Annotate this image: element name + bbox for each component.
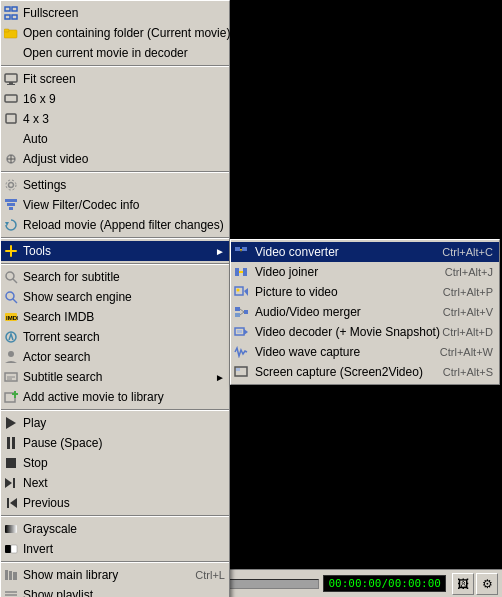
converter-icon	[233, 244, 249, 260]
submenu-item-video-joiner[interactable]: Video joiner Ctrl+Alt+J	[231, 262, 499, 282]
menu-item-show-library[interactable]: Show main library Ctrl+L	[1, 565, 229, 585]
stop-icon	[3, 455, 19, 471]
menu-item-subtitle-search[interactable]: Search for subtitle	[1, 267, 229, 287]
joiner-icon	[233, 264, 249, 280]
invert-label: Invert	[23, 542, 225, 556]
menu-item-stop[interactable]: Stop	[1, 453, 229, 473]
menu-item-next[interactable]: Next	[1, 473, 229, 493]
svg-rect-3	[12, 15, 17, 19]
menu-item-torrent-search[interactable]: Torrent search	[1, 327, 229, 347]
menu-item-fullscreen[interactable]: Fullscreen	[1, 3, 229, 23]
screenshot-button[interactable]: 🖼	[452, 573, 474, 595]
settings-button[interactable]: ⚙	[476, 573, 498, 595]
svg-line-34	[240, 312, 244, 315]
16x9-label: 16 x 9	[23, 92, 225, 106]
menu-item-pause[interactable]: Pause (Space)	[1, 433, 229, 453]
svg-rect-65	[11, 545, 17, 553]
menu-item-settings[interactable]: Settings	[1, 175, 229, 195]
open-decoder-label: Open current movie in decoder	[23, 46, 225, 60]
fullscreen-icon	[3, 5, 19, 21]
menu-item-add-library[interactable]: Add active movie to library	[1, 387, 229, 407]
fullscreen-label: Fullscreen	[23, 6, 225, 20]
svg-rect-9	[5, 95, 17, 102]
menu-item-filter-codec[interactable]: View Filter/Codec info	[1, 195, 229, 215]
menu-item-reload[interactable]: Reload movie (Append filter changes)	[1, 215, 229, 235]
16x9-icon	[3, 91, 19, 107]
svg-rect-57	[12, 437, 15, 449]
svg-rect-31	[235, 307, 240, 311]
wave-capture-shortcut: Ctrl+Alt+W	[440, 346, 493, 358]
context-menu: Fullscreen Open containing folder (Curre…	[0, 0, 230, 597]
stop-label: Stop	[23, 456, 225, 470]
menu-item-open-decoder[interactable]: Open current movie in decoder	[1, 43, 229, 63]
show-playlist-label: Show playlist	[23, 588, 225, 597]
video-converter-shortcut: Ctrl+Alt+C	[442, 246, 493, 258]
video-converter-label: Video converter	[255, 245, 442, 259]
svg-rect-10	[6, 114, 16, 123]
subtitle-search2-label: Subtitle search	[23, 370, 215, 384]
submenu-item-pic-to-video[interactable]: Picture to video Ctrl+Alt+P	[231, 282, 499, 302]
separator-2	[1, 171, 229, 173]
svg-point-29	[237, 289, 240, 292]
grayscale-icon	[3, 521, 19, 537]
prev-icon	[3, 495, 19, 511]
monitor-icon	[3, 71, 19, 87]
menu-item-actor-search[interactable]: Actor search	[1, 347, 229, 367]
menu-item-16x9[interactable]: 16 x 9	[1, 89, 229, 109]
svg-rect-40	[236, 368, 240, 371]
menu-item-show-search[interactable]: Show search engine	[1, 287, 229, 307]
menu-item-tools[interactable]: Tools ► Video converter Ctrl+Alt+C	[1, 241, 229, 261]
svg-line-44	[13, 299, 17, 303]
pic2vid-icon	[233, 284, 249, 300]
svg-rect-63	[5, 525, 17, 533]
separator-7	[1, 561, 229, 563]
menu-item-open-folder[interactable]: Open containing folder (Current movie)	[1, 23, 229, 43]
submenu-item-video-converter[interactable]: Video converter Ctrl+Alt+C	[231, 242, 499, 262]
menu-item-search-imdb[interactable]: IMDb Search IMDB	[1, 307, 229, 327]
svg-rect-38	[237, 330, 242, 333]
menu-item-invert[interactable]: Invert	[1, 539, 229, 559]
submenu-item-av-merger[interactable]: Audio/Video merger Ctrl+Alt+V	[231, 302, 499, 322]
menu-item-show-playlist[interactable]: Show playlist	[1, 585, 229, 597]
svg-marker-61	[10, 498, 17, 508]
menu-item-subtitle-search2[interactable]: Subtitle search ►	[1, 367, 229, 387]
torrent-icon	[3, 329, 19, 345]
tools-label: Tools	[23, 244, 215, 258]
separator-4	[1, 263, 229, 265]
subtitle2-icon	[3, 369, 19, 385]
pic-to-video-shortcut: Ctrl+Alt+P	[443, 286, 493, 298]
menu-item-fit-screen[interactable]: Fit screen	[1, 69, 229, 89]
svg-rect-64	[5, 545, 11, 553]
tools-arrow-icon: ►	[215, 246, 225, 257]
svg-rect-2	[5, 15, 10, 19]
svg-rect-25	[235, 268, 239, 276]
menu-item-adjust-video[interactable]: Adjust video	[1, 149, 229, 169]
svg-line-33	[240, 309, 244, 312]
invert-icon	[3, 541, 19, 557]
menu-item-previous[interactable]: Previous	[1, 493, 229, 513]
time-display: 00:00:00/00:00:00	[323, 575, 446, 592]
submenu-item-video-decoder[interactable]: Video decoder (+ Movie Snapshot) Ctrl+Al…	[231, 322, 499, 342]
separator-5	[1, 409, 229, 411]
svg-rect-68	[13, 572, 17, 580]
menu-item-play[interactable]: Play	[1, 413, 229, 433]
show-library-shortcut: Ctrl+L	[195, 569, 225, 581]
screen-capture-shortcut: Ctrl+Alt+S	[443, 366, 493, 378]
svg-rect-58	[6, 458, 16, 468]
auto-label: Auto	[23, 132, 225, 146]
svg-rect-66	[5, 570, 8, 580]
vdecoder-icon	[233, 324, 249, 340]
grayscale-label: Grayscale	[23, 522, 225, 536]
show-search-label: Show search engine	[23, 290, 225, 304]
settings-icon	[3, 177, 19, 193]
menu-item-grayscale[interactable]: Grayscale	[1, 519, 229, 539]
svg-rect-8	[7, 84, 15, 85]
submenu-item-screen-capture[interactable]: Screen capture (Screen2Video) Ctrl+Alt+S	[231, 362, 499, 382]
svg-rect-7	[9, 82, 13, 84]
submenu-item-wave-capture[interactable]: Video wave capture Ctrl+Alt+W	[231, 342, 499, 362]
menu-item-4x3[interactable]: 4 x 3	[1, 109, 229, 129]
torrent-label: Torrent search	[23, 330, 225, 344]
svg-rect-17	[7, 203, 15, 206]
menu-item-auto[interactable]: Auto	[1, 129, 229, 149]
next-label: Next	[23, 476, 225, 490]
